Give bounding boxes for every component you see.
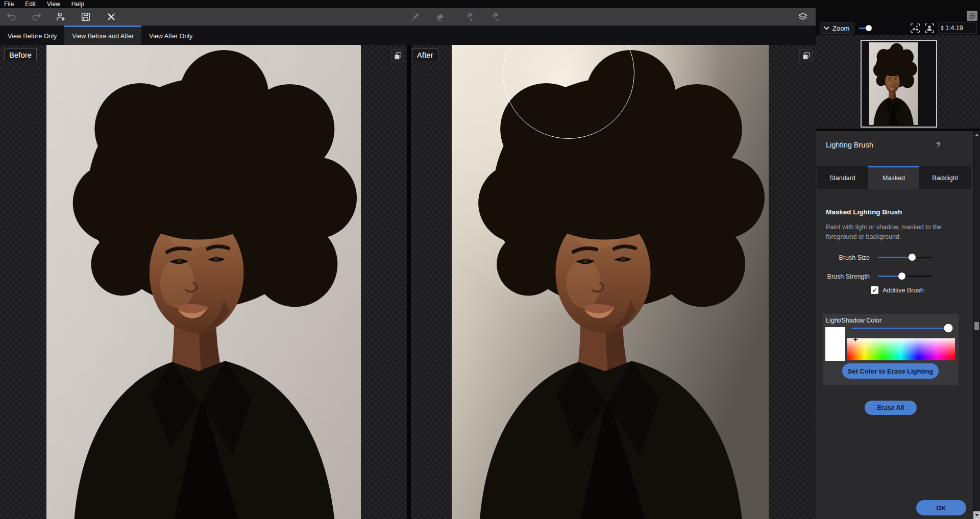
- toolbar: [0, 8, 816, 26]
- color-picker-field[interactable]: +: [847, 338, 955, 360]
- section-heading: Masked Lighting Brush: [826, 208, 902, 216]
- tab-view-before-only[interactable]: View Before Only: [0, 26, 64, 45]
- color-swatch[interactable]: [825, 327, 845, 361]
- scroll-down-icon[interactable]: [973, 511, 980, 519]
- undo-icon[interactable]: [5, 10, 18, 23]
- brush-tool-icon[interactable]: [408, 10, 422, 23]
- right-sidebar: Zoom: [816, 8, 980, 519]
- after-panel-label: After: [412, 48, 438, 61]
- lighting-tab-bar: Standard Masked Backlight: [817, 166, 971, 189]
- zoom-slider[interactable]: [859, 22, 904, 34]
- add-person-icon[interactable]: [54, 10, 67, 23]
- before-image[interactable]: [46, 45, 361, 519]
- additive-brush-row: ✓ Additive Brush: [871, 286, 924, 294]
- scroll-up-icon[interactable]: [973, 131, 980, 139]
- panel-title: Lighting Brush: [826, 141, 873, 149]
- tab-standard[interactable]: Standard: [817, 166, 868, 189]
- ratio-stepper-icon[interactable]: [941, 26, 944, 31]
- after-copy-view-button[interactable]: [799, 49, 813, 62]
- before-panel-label: Before: [4, 48, 37, 61]
- zoom-collapse-toggle[interactable]: Zoom: [820, 22, 854, 34]
- menu-edit[interactable]: Edit: [19, 0, 41, 8]
- fit-face-icon[interactable]: [924, 22, 935, 34]
- erase-all-button[interactable]: Erase All: [865, 401, 917, 415]
- ok-button[interactable]: OK: [916, 500, 966, 515]
- before-copy-view-button[interactable]: [391, 49, 404, 62]
- brush-strength-slider[interactable]: [878, 270, 932, 282]
- app-window: File Edit View Help: [0, 0, 980, 519]
- brightness-slider[interactable]: [851, 323, 952, 334]
- set-color-to-erase-button[interactable]: Set Color to Erase Lighting: [842, 363, 939, 379]
- tab-backlight[interactable]: Backlight: [919, 166, 971, 189]
- panel-divider: [407, 45, 411, 519]
- help-button[interactable]: ?: [936, 141, 940, 149]
- tab-masked[interactable]: Masked: [868, 166, 920, 189]
- save-icon[interactable]: [79, 10, 92, 23]
- menu-file[interactable]: File: [0, 0, 19, 8]
- brush-size-label: Brush Size: [816, 254, 870, 261]
- color-picker-cursor: +: [853, 334, 858, 344]
- menubar: File Edit View Help: [0, 0, 980, 8]
- brush-strength-label: Brush Strength: [816, 273, 870, 280]
- additive-brush-label: Additive Brush: [883, 287, 924, 294]
- menu-help[interactable]: Help: [66, 0, 90, 8]
- navigator-area: [816, 35, 980, 129]
- after-image[interactable]: [452, 45, 769, 519]
- light-shadow-color-group: Light/Shadow Color + Set Color to Erase …: [823, 314, 959, 385]
- zoom-ratio-value: 1:4.19: [945, 24, 963, 32]
- panel-scrollbar[interactable]: [973, 131, 980, 519]
- brush-size-slider[interactable]: [878, 252, 932, 263]
- menu-view[interactable]: View: [41, 0, 66, 8]
- lighting-brush-panel: Lighting Brush ? Standard Masked Backlig…: [816, 131, 980, 519]
- zoom-ratio-field[interactable]: 1:4.19: [938, 22, 977, 34]
- detach-panel-button[interactable]: [967, 11, 977, 21]
- eraser-tool-icon[interactable]: [433, 10, 447, 23]
- redo-icon[interactable]: [30, 10, 43, 23]
- zoom-label: Zoom: [832, 24, 849, 32]
- chevron-down-icon: [824, 26, 829, 30]
- add-brush-tool-icon[interactable]: [462, 10, 476, 23]
- navigator-preview[interactable]: [861, 40, 937, 128]
- section-description: Paint with light or shadow, masked to th…: [826, 223, 949, 242]
- scrollbar-thumb[interactable]: [974, 322, 979, 330]
- tab-view-before-and-after[interactable]: View Before and After: [64, 26, 141, 45]
- tab-view-after-only[interactable]: View After Only: [141, 26, 200, 45]
- canvas-area: Before After: [0, 45, 816, 519]
- additive-brush-checkbox[interactable]: ✓: [871, 286, 878, 294]
- view-tab-bar: View Before Only View Before and After V…: [0, 26, 816, 45]
- layers-icon[interactable]: [795, 9, 811, 24]
- remove-brush-tool-icon[interactable]: [488, 10, 501, 23]
- fit-image-icon[interactable]: [910, 22, 921, 34]
- zoom-bar: Zoom: [816, 21, 980, 35]
- close-icon[interactable]: [105, 10, 118, 23]
